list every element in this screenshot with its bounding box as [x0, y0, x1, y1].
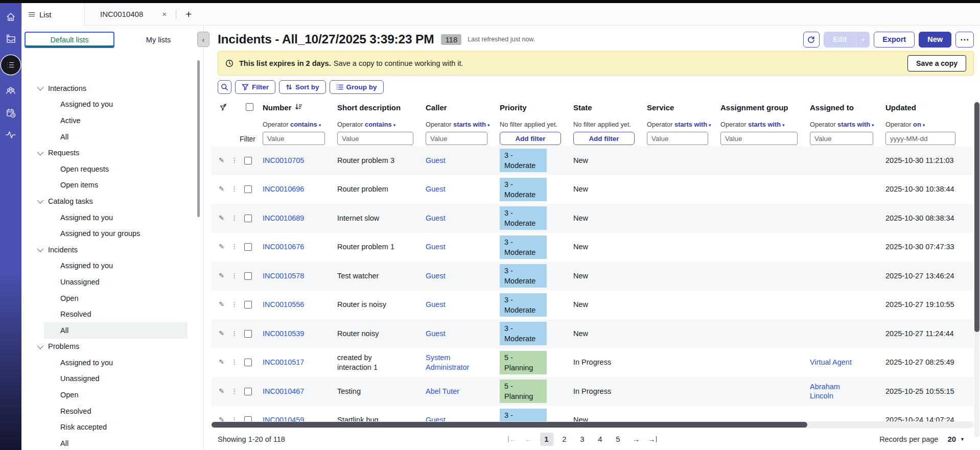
- row-menu-icon[interactable]: ⋮: [231, 387, 238, 396]
- sidebar-tree-row[interactable]: All: [21, 435, 198, 450]
- home-icon[interactable]: [5, 11, 16, 22]
- sort-by-button[interactable]: Sort by: [279, 80, 326, 94]
- row-checkbox[interactable]: [244, 157, 252, 164]
- refresh-button[interactable]: [803, 32, 820, 48]
- page-number[interactable]: 4: [594, 433, 607, 446]
- row-checkbox[interactable]: [244, 301, 252, 309]
- updated-filter-input[interactable]: [885, 132, 955, 145]
- page-number[interactable]: 2: [558, 433, 571, 446]
- caller-link[interactable]: Guest: [426, 214, 446, 223]
- sidebar-tree-row[interactable]: Open requests: [21, 161, 198, 177]
- operator-value[interactable]: contains: [290, 121, 317, 128]
- caller-link[interactable]: Guest: [426, 329, 446, 339]
- last-page-icon[interactable]: →: [648, 435, 657, 443]
- sidebar-tree-row[interactable]: Open: [21, 387, 198, 403]
- records-per-page-select[interactable]: 20▼: [947, 435, 965, 443]
- filter-reset-icon[interactable]: [219, 103, 227, 113]
- assignment-group-filter-input[interactable]: [720, 132, 798, 145]
- group-by-button[interactable]: Group by: [330, 80, 384, 94]
- sidebar-tree-row[interactable]: Incidents: [21, 242, 198, 258]
- sidebar-scrollbar-thumb[interactable]: [197, 60, 200, 217]
- edit-button[interactable]: Edit: [824, 32, 856, 48]
- row-checkbox[interactable]: [244, 330, 252, 338]
- sidebar-tree-row[interactable]: Assigned to you: [21, 258, 198, 274]
- sidebar-tree-row[interactable]: Active: [21, 112, 198, 129]
- caller-link[interactable]: Guest: [426, 300, 446, 310]
- number-filter-input[interactable]: [263, 132, 325, 145]
- row-checkbox[interactable]: [244, 215, 252, 222]
- edit-row-icon[interactable]: ✎: [219, 214, 224, 223]
- sidebar-tree-row[interactable]: Open items: [21, 177, 198, 194]
- sidebar-tree-row[interactable]: Resolved: [21, 306, 198, 322]
- vertical-scrollbar[interactable]: [974, 100, 979, 437]
- row-menu-icon[interactable]: ⋮: [231, 185, 238, 194]
- new-button[interactable]: New: [919, 32, 951, 48]
- edit-row-icon[interactable]: ✎: [219, 358, 224, 367]
- list-menu-icon-active[interactable]: [1, 55, 20, 75]
- sidebar-tree-row[interactable]: All: [21, 129, 198, 145]
- assigned-to-link[interactable]: Virtual Agent: [810, 358, 852, 367]
- row-menu-icon[interactable]: ⋮: [231, 243, 238, 251]
- incident-number-link[interactable]: INC0010517: [263, 358, 304, 367]
- incident-number-link[interactable]: INC0010578: [263, 271, 304, 281]
- incident-number-link[interactable]: INC0010676: [263, 242, 304, 252]
- caller-link[interactable]: Guest: [426, 242, 446, 252]
- row-menu-icon[interactable]: ⋮: [231, 214, 238, 223]
- edit-row-icon[interactable]: ✎: [219, 300, 224, 309]
- operator-value[interactable]: starts with: [453, 121, 486, 128]
- groups-icon[interactable]: [5, 85, 16, 97]
- caller-link[interactable]: Guest: [426, 415, 446, 421]
- row-checkbox[interactable]: [244, 359, 252, 366]
- sidebar-tree-row[interactable]: Problems: [21, 339, 198, 355]
- first-page-icon[interactable]: ←: [508, 435, 517, 443]
- incident-number-link[interactable]: INC0010539: [263, 329, 304, 339]
- row-checkbox[interactable]: [244, 416, 252, 421]
- edit-row-icon[interactable]: ✎: [219, 156, 224, 165]
- caller-link[interactable]: Guest: [426, 271, 446, 281]
- sidebar-tree-row[interactable]: Assigned to you: [21, 354, 198, 371]
- tab-list[interactable]: List: [21, 3, 85, 26]
- incident-number-link[interactable]: INC0010556: [263, 300, 304, 310]
- sidebar-tree-row[interactable]: Requests: [21, 145, 198, 161]
- row-menu-icon[interactable]: ⋮: [231, 156, 238, 165]
- tab-default-lists[interactable]: Default lists: [25, 32, 114, 48]
- incident-number-link[interactable]: INC0010689: [263, 214, 304, 223]
- sidebar-tree-row[interactable]: All: [21, 322, 198, 339]
- sidebar-tree-row[interactable]: Assigned to you: [21, 97, 198, 113]
- inbox-icon[interactable]: [5, 33, 16, 44]
- add-tab-button[interactable]: +: [182, 3, 195, 25]
- operator-value[interactable]: starts with: [748, 121, 781, 128]
- state-add-filter-button[interactable]: Add filter: [573, 132, 635, 145]
- sidebar-tree-row[interactable]: Catalog tasks: [21, 193, 198, 209]
- next-page-icon[interactable]: →: [633, 435, 640, 443]
- assigned-to-filter-input[interactable]: [810, 132, 873, 145]
- sidebar-tree-row[interactable]: Open: [21, 290, 198, 306]
- sidebar-tree-row[interactable]: Resolved: [21, 403, 198, 419]
- sidebar-collapse-button[interactable]: ‹: [197, 32, 209, 47]
- operator-value[interactable]: on: [913, 121, 921, 128]
- tab-record[interactable]: INC0010408 ×: [85, 3, 173, 25]
- incident-number-link[interactable]: INC0010459: [263, 415, 304, 421]
- caller-link[interactable]: Abel Tuter: [426, 387, 459, 396]
- operator-value[interactable]: starts with: [674, 121, 707, 128]
- edit-row-icon[interactable]: ✎: [219, 243, 224, 251]
- filter-button[interactable]: Filter: [235, 80, 275, 94]
- more-actions-button[interactable]: ⋯: [955, 32, 974, 48]
- sort-descending-icon[interactable]: [295, 103, 302, 112]
- priority-add-filter-button[interactable]: Add filter: [500, 132, 561, 145]
- sidebar-tree-row[interactable]: Unassigned: [21, 371, 198, 387]
- operator-value[interactable]: starts with: [837, 121, 870, 128]
- sidebar-tree-row[interactable]: Unassigned: [21, 274, 198, 290]
- caller-link[interactable]: Guest: [426, 184, 446, 194]
- short-description-filter-input[interactable]: [337, 132, 413, 145]
- row-checkbox[interactable]: [244, 272, 252, 280]
- activity-icon[interactable]: [5, 129, 16, 140]
- incident-number-link[interactable]: INC0010705: [263, 156, 304, 165]
- incident-number-link[interactable]: INC0010696: [263, 184, 304, 194]
- operator-value[interactable]: contains: [365, 121, 392, 128]
- export-button[interactable]: Export: [874, 32, 915, 48]
- select-all-checkbox[interactable]: [246, 103, 253, 111]
- service-filter-input[interactable]: [647, 132, 708, 145]
- page-number[interactable]: 1: [540, 433, 553, 446]
- row-menu-icon[interactable]: ⋮: [231, 300, 238, 309]
